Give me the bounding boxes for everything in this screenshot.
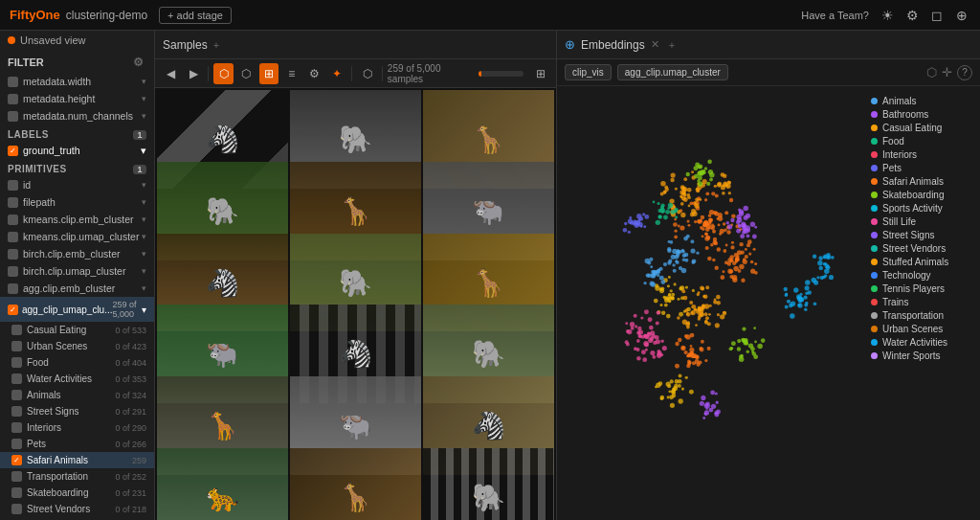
cluster-item[interactable]: Food 0 of 404: [0, 354, 154, 371]
agg-umap-header[interactable]: ✓ agg_clip_umap_clu... 259 of 5,000 ▾: [0, 297, 154, 322]
primitive-birch-emb[interactable]: birch.clip.emb_cluster ▾: [0, 245, 154, 262]
theme-toggle-icon[interactable]: ☀: [879, 7, 896, 24]
embeddings-tab-close[interactable]: ✕: [651, 38, 659, 51]
legend-item[interactable]: Technology: [871, 268, 974, 282]
primitive-label: birch.clip.umap_cluster: [23, 265, 125, 277]
scatter-btn[interactable]: ✦: [327, 63, 347, 84]
cluster-item[interactable]: Water Activities 0 of 353: [0, 371, 154, 387]
legend-item[interactable]: Winter Sports: [871, 349, 974, 362]
svg-point-417: [684, 334, 688, 338]
cluster-item[interactable]: Street Signs 0 of 291: [0, 403, 154, 419]
gear-icon[interactable]: ⚙: [903, 7, 921, 24]
legend-item[interactable]: Sports Activity: [871, 201, 974, 215]
svg-point-575: [681, 388, 684, 391]
svg-point-466: [657, 269, 660, 273]
cluster-item[interactable]: ✓ Safari Animals 259: [0, 452, 154, 468]
primitive-id[interactable]: id ▾: [0, 176, 154, 193]
filter-metadata-width[interactable]: metadata.width ▾: [0, 73, 154, 90]
svg-point-585: [672, 394, 677, 398]
embeddings-tab-title[interactable]: Embeddings: [581, 38, 645, 52]
cluster-item[interactable]: Interiors 0 of 290: [0, 419, 154, 436]
svg-point-76: [702, 224, 706, 228]
sample-cell[interactable]: 🐆: [157, 448, 288, 520]
legend-item[interactable]: Still Life: [871, 215, 974, 228]
svg-point-295: [717, 313, 720, 316]
legend-item[interactable]: Interiors: [871, 147, 974, 161]
list-btn[interactable]: ≡: [281, 63, 301, 84]
legend-item[interactable]: Street Signs: [871, 228, 974, 241]
have-team-link[interactable]: Have a Team?: [801, 10, 869, 21]
legend-item[interactable]: Transportation: [871, 308, 974, 322]
svg-point-129: [702, 179, 707, 184]
legend-item[interactable]: Skateboarding: [871, 188, 974, 201]
svg-point-270: [746, 214, 750, 218]
scatter-svg: [557, 86, 865, 520]
svg-point-384: [634, 314, 637, 318]
scatter-plot[interactable]: [557, 86, 865, 520]
color-btn[interactable]: ⬡: [357, 63, 377, 84]
grid-view-btn[interactable]: ⊞: [530, 63, 550, 84]
legend-item[interactable]: Urban Scenes: [871, 322, 974, 335]
x-axis-selector[interactable]: clip_vis: [565, 64, 612, 80]
svg-point-486: [805, 285, 810, 290]
samples-tab-close[interactable]: +: [213, 39, 219, 51]
cluster-item[interactable]: Pets 0 of 266: [0, 436, 154, 452]
filter-metadata-channels[interactable]: metadata.num_channels ▾: [0, 107, 154, 124]
svg-point-484: [784, 287, 788, 291]
svg-point-313: [720, 314, 724, 319]
legend-item[interactable]: Pets: [871, 161, 974, 174]
cluster-item[interactable]: Skateboarding 0 of 231: [0, 485, 154, 501]
svg-point-123: [683, 189, 686, 192]
legend-item[interactable]: Tennis Players: [871, 282, 974, 295]
plus-circle-icon[interactable]: ⊕: [953, 7, 970, 24]
primitive-kmeans-clip-umap[interactable]: kmeans.clip.umap_cluster ▾: [0, 228, 154, 245]
legend-item[interactable]: Trains: [871, 295, 974, 308]
legend-item[interactable]: Bathrooms: [871, 107, 974, 121]
legend-item[interactable]: Water Activities: [871, 335, 974, 349]
legend-item[interactable]: Casual Eating: [871, 121, 974, 134]
samples-tab-title[interactable]: Samples: [163, 38, 208, 52]
github-icon[interactable]: ◻: [928, 7, 946, 24]
primitive-filepath[interactable]: filepath ▾: [0, 193, 154, 211]
legend-item[interactable]: Food: [871, 134, 974, 147]
svg-point-278: [738, 224, 741, 227]
legend-label: Winter Sports: [882, 350, 941, 361]
primitive-agg-emb[interactable]: agg.clip.emb_cluster ▾: [0, 280, 154, 297]
embeddings-add-tab[interactable]: +: [669, 39, 675, 51]
sample-cell[interactable]: 🐘: [423, 448, 554, 520]
ground-truth-label[interactable]: ✓ ground_truth ▾: [0, 142, 154, 159]
cluster-item[interactable]: Urban Scenes 0 of 423: [0, 338, 154, 354]
chevron-down-icon: ▾: [142, 232, 146, 241]
filter-metadata-height[interactable]: metadata.height ▾: [0, 90, 154, 107]
sample-cell[interactable]: 🦒: [290, 448, 421, 520]
primitive-kmeans-clip-emb[interactable]: kmeans.clip.emb_cluster ▾: [0, 211, 154, 228]
cluster-item[interactable]: Casual Eating 0 of 533: [0, 322, 154, 338]
lasso-btn[interactable]: ⬡: [236, 63, 256, 84]
legend-item[interactable]: Street Vendors: [871, 241, 974, 255]
settings-btn[interactable]: ⚙: [304, 63, 324, 84]
svg-point-79: [725, 243, 728, 246]
primitive-birch-umap[interactable]: birch.clip.umap_cluster ▾: [0, 262, 154, 280]
lasso-select-icon[interactable]: ⬡: [926, 65, 937, 80]
crosshair-icon[interactable]: ✛: [942, 65, 952, 80]
select-mode-btn[interactable]: ⬡: [213, 63, 234, 84]
grid-btn[interactable]: ⊞: [259, 63, 279, 84]
nav-back-btn[interactable]: ◀: [161, 63, 181, 84]
legend-item[interactable]: Stuffed Animals: [871, 255, 974, 268]
unsaved-view[interactable]: Unsaved view: [0, 31, 154, 50]
help-icon[interactable]: ?: [957, 65, 972, 80]
svg-point-578: [667, 396, 670, 398]
y-axis-selector[interactable]: agg_clip.umap_cluster: [617, 64, 728, 80]
legend-item[interactable]: Animals: [871, 94, 974, 107]
svg-point-61: [718, 216, 723, 221]
cluster-item[interactable]: Animals 0 of 324: [0, 387, 154, 403]
filter-settings-icon[interactable]: ⚙: [129, 54, 146, 71]
nav-forward-btn[interactable]: ▶: [184, 63, 204, 84]
svg-point-520: [706, 182, 710, 186]
cluster-item[interactable]: Street Vendors 0 of 218: [0, 501, 154, 517]
cluster-item[interactable]: Transportation 0 of 252: [0, 468, 154, 485]
add-stage-button[interactable]: + add stage: [159, 7, 232, 24]
topbar-right: Have a Team? ☀ ⚙ ◻ ⊕: [801, 7, 970, 24]
legend-item[interactable]: Safari Animals: [871, 174, 974, 188]
svg-point-464: [650, 265, 653, 268]
